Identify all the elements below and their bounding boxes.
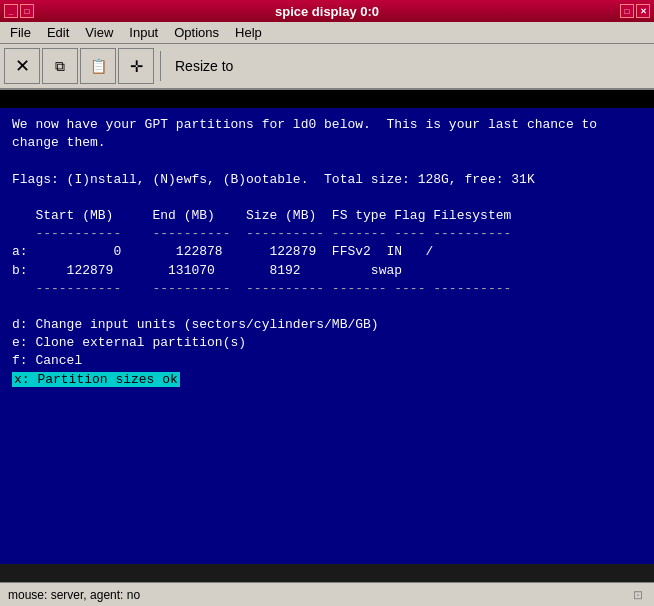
terminal-line-5 [12, 189, 642, 207]
menu-bar: File Edit View Input Options Help [0, 22, 654, 44]
title-restore-btn[interactable]: □ [620, 4, 634, 18]
menu-view[interactable]: View [77, 23, 121, 42]
toolbar: ✕ ⧉ 📋 ✛ Resize to [0, 44, 654, 90]
resize-grip[interactable]: ⊡ [630, 587, 646, 603]
window-title: spice display 0:0 [275, 4, 379, 19]
close-icon: ✕ [15, 55, 30, 77]
terminal-line-7: a: 0 122878 122879 FFSv2 IN / [12, 243, 642, 261]
terminal-line-9 [12, 298, 642, 316]
move-button[interactable]: ✛ [118, 48, 154, 84]
terminal-line-13: x: Partition sizes ok [12, 371, 642, 389]
top-strip [0, 90, 654, 108]
title-bar-right-controls[interactable]: □ ✕ [620, 4, 650, 18]
toolbar-separator [160, 51, 161, 81]
title-close-btn[interactable]: ✕ [636, 4, 650, 18]
terminal-line-8: b: 122879 131070 8192 swap [12, 262, 642, 280]
status-text: mouse: server, agent: no [8, 588, 140, 602]
title-maximize-btn[interactable]: □ [20, 4, 34, 18]
terminal-output: We now have your GPT partitions for ld0 … [12, 116, 642, 389]
terminal-line-3 [12, 152, 642, 170]
menu-help[interactable]: Help [227, 23, 270, 42]
menu-options[interactable]: Options [166, 23, 227, 42]
terminal-area: We now have your GPT partitions for ld0 … [0, 108, 654, 564]
title-bar-left-controls[interactable]: _ □ [4, 4, 34, 18]
terminal-line-2: change them. [12, 134, 642, 152]
copy-button[interactable]: ⧉ [42, 48, 78, 84]
selected-option: x: Partition sizes ok [12, 372, 180, 387]
terminal-separator-1: ----------- ---------- ---------- ------… [12, 225, 642, 243]
title-minimize-btn[interactable]: _ [4, 4, 18, 18]
terminal-line-4: Flags: (I)nstall, (N)ewfs, (B)ootable. T… [12, 171, 642, 189]
move-icon: ✛ [130, 57, 143, 76]
status-bar: mouse: server, agent: no ⊡ [0, 582, 654, 606]
copy-icon: ⧉ [55, 58, 65, 75]
terminal-line-10: d: Change input units (sectors/cylinders… [12, 316, 642, 334]
menu-edit[interactable]: Edit [39, 23, 77, 42]
paste-icon: 📋 [90, 58, 107, 74]
terminal-separator-2: ----------- ---------- ---------- ------… [12, 280, 642, 298]
terminal-line-12: f: Cancel [12, 352, 642, 370]
resize-label: Resize to [167, 58, 241, 74]
title-bar: _ □ spice display 0:0 □ ✕ [0, 0, 654, 22]
paste-button[interactable]: 📋 [80, 48, 116, 84]
menu-input[interactable]: Input [121, 23, 166, 42]
terminal-line-6: Start (MB) End (MB) Size (MB) FS type Fl… [12, 207, 642, 225]
menu-file[interactable]: File [2, 23, 39, 42]
close-button[interactable]: ✕ [4, 48, 40, 84]
terminal-line-1: We now have your GPT partitions for ld0 … [12, 116, 642, 134]
terminal-line-11: e: Clone external partition(s) [12, 334, 642, 352]
